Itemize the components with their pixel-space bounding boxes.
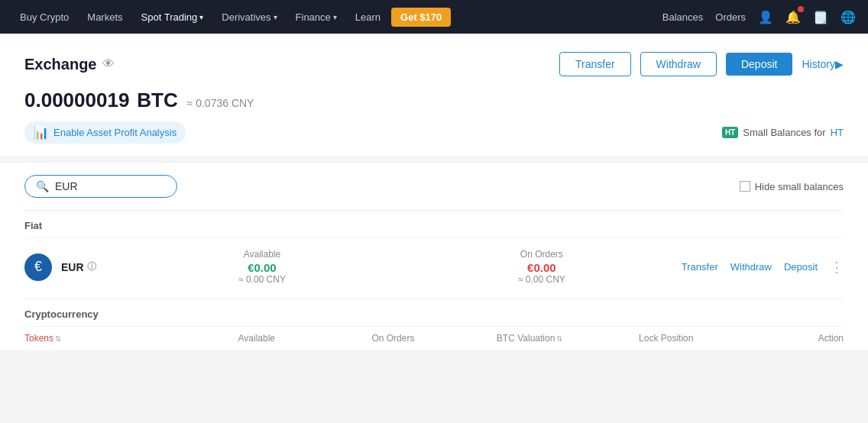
nav-item-derivatives[interactable]: Derivatives ▾ (214, 0, 284, 34)
enable-profit-button[interactable]: 📊 Enable Asset Profit Analysis (24, 121, 186, 144)
hide-balances-label: Hide small balances (755, 181, 844, 192)
nav-left: Buy Crypto Markets Spot Trading ▾ Deriva… (12, 0, 662, 34)
balance-unit: BTC (137, 89, 177, 111)
nav-item-spot-trading[interactable]: Spot Trading ▾ (134, 0, 212, 34)
nav-item-finance[interactable]: Finance ▾ (288, 0, 345, 34)
nav-orders[interactable]: Orders (715, 11, 746, 23)
eur-deposit-link[interactable]: Deposit (784, 261, 818, 273)
eur-available-value: €0.00 (122, 261, 402, 274)
ht-convert-area: HT Small Balances for HT (722, 127, 844, 138)
user-icon[interactable]: 👤 (758, 9, 773, 24)
col-header-tokens: Tokens ⇅ (24, 333, 188, 344)
col-header-available: Available (188, 333, 325, 344)
eur-name: EUR ⓘ (61, 260, 122, 273)
tokens-sort-icon[interactable]: ⇅ (55, 334, 61, 343)
transfer-button[interactable]: Transfer (559, 52, 631, 76)
nav-item-buy-crypto[interactable]: Buy Crypto (12, 0, 76, 34)
ht-text: Small Balances for (743, 127, 825, 138)
col-header-orders: On Orders (325, 333, 462, 344)
search-box[interactable]: 🔍 (24, 175, 177, 198)
balance-cny: ≈ 0.0736 CNY (187, 97, 254, 109)
exchange-section: Exchange 👁 Transfer Withdraw Deposit His… (0, 34, 868, 156)
crypto-section-label: Cryptocurrency (24, 299, 844, 326)
spot-trading-chevron-icon: ▾ (199, 13, 203, 21)
visibility-icon[interactable]: 👁 (102, 57, 115, 71)
bell-icon[interactable]: 🔔 (785, 9, 801, 24)
table-area: Fiat € EUR ⓘ Available €0.00 ≈ 0.00 CNY … (0, 210, 868, 350)
navbar: Buy Crypto Markets Spot Trading ▾ Deriva… (0, 0, 868, 34)
table-row: € EUR ⓘ Available €0.00 ≈ 0.00 CNY On Or… (24, 237, 844, 295)
chart-icon: 📊 (34, 125, 49, 140)
balance-amount: 0.00000019 (24, 89, 129, 111)
eur-orders-sub: ≈ 0.00 CNY (402, 274, 682, 285)
eur-icon: € (24, 253, 52, 281)
nav-balances[interactable]: Balances (662, 11, 703, 23)
eur-available: Available €0.00 ≈ 0.00 CNY (122, 249, 402, 285)
history-link[interactable]: History ▶ (802, 58, 844, 70)
btc-sort-icon[interactable]: ⇅ (556, 334, 562, 343)
exchange-header: Exchange 👁 Transfer Withdraw Deposit His… (24, 52, 844, 76)
eur-orders-value: €0.00 (402, 261, 682, 274)
ht-link[interactable]: HT (831, 127, 844, 138)
header-buttons: Transfer Withdraw Deposit History ▶ (559, 52, 844, 76)
search-input[interactable] (55, 180, 166, 192)
filter-area: 🔍 Hide small balances (0, 162, 868, 210)
exchange-title-group: Exchange 👁 (24, 56, 115, 73)
eur-actions: Transfer Withdraw Deposit ⋮ (682, 259, 844, 276)
hide-balances-checkbox[interactable] (740, 181, 750, 192)
crypto-column-headers: Tokens ⇅ Available On Orders BTC Valuati… (24, 326, 844, 350)
globe-icon[interactable]: 🌐 (840, 9, 856, 24)
withdraw-button[interactable]: Withdraw (640, 52, 717, 76)
enable-profit-row: 📊 Enable Asset Profit Analysis HT Small … (24, 121, 844, 144)
hide-balances-toggle[interactable]: Hide small balances (740, 181, 844, 192)
col-header-btc: BTC Valuation ⇅ (462, 333, 598, 344)
get-button[interactable]: Get $170 (391, 8, 451, 27)
fiat-section-label: Fiat (24, 210, 844, 237)
wallet-icon[interactable]: 🗒️ (813, 9, 828, 24)
crypto-section: Cryptocurrency Tokens ⇅ Available On Ord… (24, 299, 844, 350)
eur-name-wrap: EUR ⓘ (61, 260, 122, 273)
eur-withdraw-link[interactable]: Withdraw (730, 261, 772, 273)
balance-section: 0.00000019 BTC ≈ 0.0736 CNY (24, 89, 844, 112)
eur-more-icon[interactable]: ⋮ (830, 259, 844, 276)
derivatives-chevron-icon: ▾ (274, 13, 277, 21)
nav-item-learn[interactable]: Learn (348, 0, 388, 34)
deposit-button[interactable]: Deposit (726, 53, 792, 76)
exchange-title: Exchange (24, 56, 96, 73)
nav-item-markets[interactable]: Markets (79, 0, 130, 34)
history-arrow-icon: ▶ (835, 58, 844, 70)
ht-badge: HT (722, 127, 738, 138)
search-icon: 🔍 (36, 180, 49, 192)
eur-available-sub: ≈ 0.00 CNY (122, 274, 402, 285)
eur-transfer-link[interactable]: Transfer (682, 261, 718, 273)
eur-info-icon[interactable]: ⓘ (87, 260, 96, 273)
col-header-lock: Lock Position (598, 333, 734, 344)
enable-profit-label: Enable Asset Profit Analysis (53, 127, 177, 138)
finance-chevron-icon: ▾ (333, 13, 337, 21)
nav-right: Balances Orders 👤 🔔 🗒️ 🌐 (662, 9, 856, 24)
col-header-action: Action (734, 333, 844, 344)
eur-orders: On Orders €0.00 ≈ 0.00 CNY (402, 249, 682, 285)
